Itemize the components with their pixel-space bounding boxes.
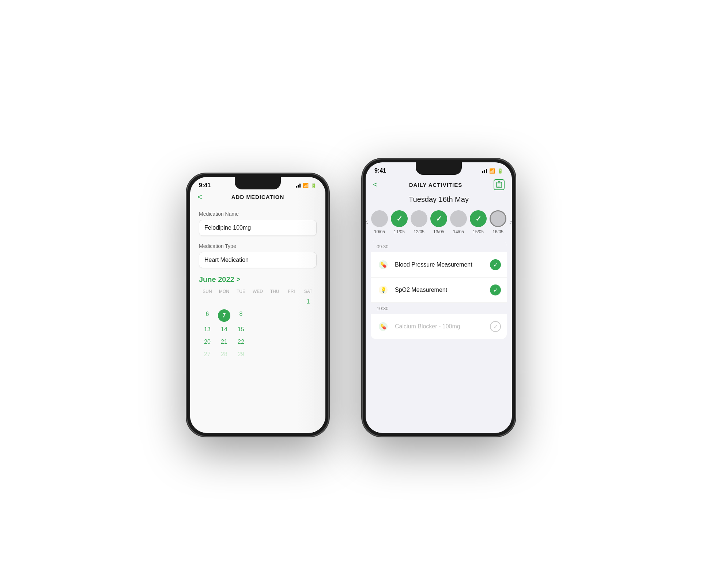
- phone1-nav-title: ADD MEDICATION: [231, 194, 284, 200]
- calendar-day: [266, 325, 283, 334]
- calendar-day[interactable]: 13: [199, 325, 216, 334]
- calendar-weekday-header: SUN MON TUE WED THU FRI SAT: [199, 289, 317, 294]
- signal-bar-3: [299, 184, 301, 188]
- calendar-day: [266, 297, 283, 306]
- calendar-day: [283, 337, 300, 347]
- cal-header-wed: WED: [249, 289, 266, 294]
- dot-circle: [411, 210, 427, 227]
- calendar-day[interactable]: 14: [216, 325, 233, 334]
- phone1-time: 9:41: [199, 182, 211, 189]
- calendar-next-chevron[interactable]: >: [237, 276, 241, 283]
- calendar-day: [300, 325, 317, 334]
- dot-date-label: 12/05: [414, 229, 424, 234]
- calendar-day: [300, 309, 317, 322]
- calendar-day: [300, 337, 317, 347]
- dot-date-label: 10/05: [374, 229, 385, 234]
- cal-header-thu: THU: [266, 289, 283, 294]
- signal-bar-2: [484, 170, 485, 173]
- day-dot[interactable]: 16/05: [490, 210, 506, 234]
- phone2-notch: [416, 162, 462, 175]
- activity-icon: 💡: [377, 283, 390, 297]
- dot-date-label: 16/05: [492, 229, 503, 234]
- medication-type-input[interactable]: Heart Medication: [199, 252, 317, 268]
- calendar-day: [283, 297, 300, 306]
- phone1-signal: [296, 184, 301, 188]
- day-dot[interactable]: 14/05: [450, 210, 467, 234]
- dot-circle: [490, 210, 506, 227]
- phone2-nav-title: DAILY ACTIVITIES: [409, 182, 462, 188]
- day-dot[interactable]: ✓11/05: [391, 210, 408, 234]
- medication-type-label: Medication Type: [199, 243, 317, 249]
- calendar-header: June 2022 >: [199, 275, 317, 284]
- calendar-day: [283, 309, 300, 322]
- calendar-grid: 1678131415202122272829: [199, 297, 317, 359]
- phone2-signal: [482, 169, 487, 173]
- day-dot[interactable]: 10/05: [371, 210, 388, 234]
- day-strip: <10/05✓11/0512/05✓13/0514/05✓15/0516/05>: [366, 210, 512, 241]
- day-strip-prev[interactable]: <: [366, 219, 368, 226]
- calendar-day[interactable]: 20: [199, 337, 216, 347]
- medication-name-input[interactable]: Felodipine 100mg: [199, 220, 317, 236]
- activity-name: SpO2 Measurement: [395, 287, 485, 293]
- medication-name-label: Medication Name: [199, 211, 317, 217]
- dot-date-label: 13/05: [433, 229, 444, 234]
- activity-item[interactable]: 💊Calcium Blocker - 100mg✓: [371, 314, 507, 339]
- svg-text:💊: 💊: [380, 262, 387, 268]
- calendar-day[interactable]: 1: [300, 297, 317, 306]
- calendar-day[interactable]: 15: [233, 325, 249, 334]
- check-icon: ✓: [436, 214, 442, 223]
- calendar-day[interactable]: 22: [233, 337, 249, 347]
- phone1-wifi-icon: 📶: [303, 183, 309, 188]
- phone2-status-icons: 📶 🔋: [482, 168, 503, 174]
- phone2-back-button[interactable]: <: [373, 180, 378, 189]
- calendar-day: [249, 297, 266, 306]
- dot-date-label: 14/05: [453, 229, 464, 234]
- cal-header-sun: SUN: [199, 289, 216, 294]
- phone1-navbar: < ADD MEDICATION: [190, 191, 325, 204]
- phone2-time: 9:41: [374, 167, 386, 174]
- signal-bar-3: [486, 169, 487, 173]
- day-strip-next[interactable]: >: [509, 219, 512, 226]
- calendar-month-label: June 2022: [199, 275, 234, 284]
- clipboard-icon[interactable]: [494, 179, 505, 190]
- activity-check-icon[interactable]: ✓: [490, 321, 501, 332]
- phone2-screen: 9:41 📶 🔋 < DAILY ACTIVITIES: [366, 162, 512, 433]
- cal-header-fri: FRI: [283, 289, 300, 294]
- activity-icon: 💊: [377, 320, 390, 333]
- calendar-day: [199, 297, 216, 306]
- activity-name: Blood Pressure Measurement: [395, 261, 485, 268]
- phone2-battery-icon: 🔋: [497, 168, 503, 174]
- signal-bar-2: [298, 185, 299, 188]
- day-dot[interactable]: 12/05: [411, 210, 427, 234]
- day-dot[interactable]: ✓13/05: [430, 210, 447, 234]
- calendar-day[interactable]: 6: [199, 309, 216, 322]
- dot-circle: ✓: [430, 210, 447, 227]
- phone1-status-icons: 📶 🔋: [296, 183, 317, 188]
- cal-header-sat: SAT: [300, 289, 317, 294]
- activity-check-icon[interactable]: ✓: [490, 284, 501, 295]
- svg-text:💊: 💊: [380, 324, 386, 330]
- time-slot-header: 09:30: [371, 241, 507, 252]
- phone1-battery-icon: 🔋: [311, 183, 317, 188]
- calendar-day[interactable]: 8: [233, 309, 249, 322]
- cal-header-tue: TUE: [233, 289, 249, 294]
- calendar-day[interactable]: 21: [216, 337, 233, 347]
- check-icon: ✓: [475, 214, 482, 223]
- phone1-back-button[interactable]: <: [197, 192, 202, 202]
- calendar-day: 27: [199, 350, 216, 359]
- activity-icon: 💊: [377, 258, 390, 271]
- calendar-day: [283, 325, 300, 334]
- date-title: Tuesday 16th May: [366, 193, 512, 210]
- activity-item[interactable]: 💊Blood Pressure Measurement✓: [371, 252, 507, 278]
- calendar-day: [216, 297, 233, 306]
- time-slot-header: 10:30: [371, 303, 507, 314]
- dot-circle: [371, 210, 388, 227]
- signal-bar-1: [296, 186, 297, 188]
- activity-check-icon[interactable]: ✓: [490, 259, 501, 270]
- activity-item[interactable]: 💡SpO2 Measurement✓: [371, 278, 507, 303]
- phone1-form: Medication Name Felodipine 100mg Medicat…: [190, 204, 325, 268]
- dot-date-label: 11/05: [394, 229, 405, 234]
- calendar-day: [249, 309, 266, 322]
- calendar-day[interactable]: 7: [218, 309, 230, 322]
- day-dot[interactable]: ✓15/05: [470, 210, 487, 234]
